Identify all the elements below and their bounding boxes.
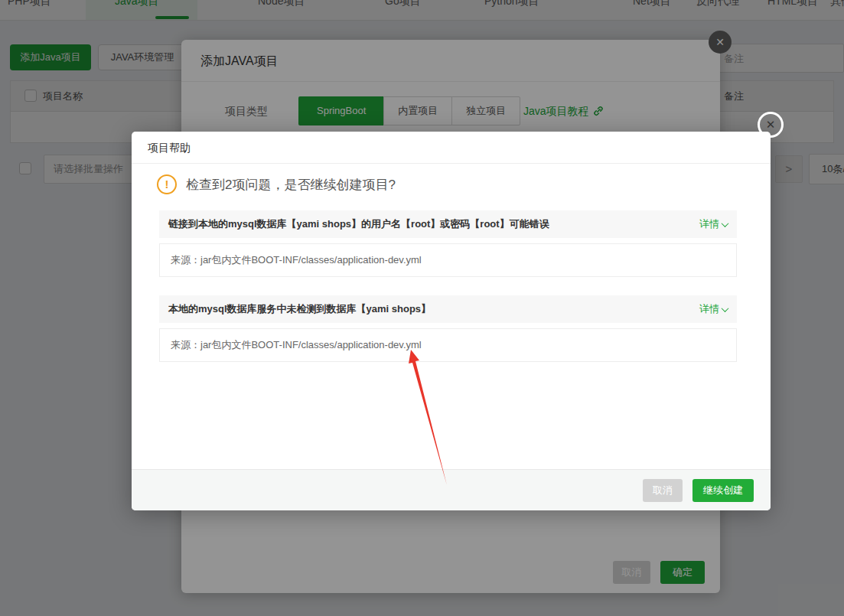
help-modal-footer: 取消 继续创建: [132, 469, 771, 510]
detail-toggle[interactable]: 详情: [699, 217, 728, 231]
issue-item-db-missing: 本地的mysql数据库服务中未检测到数据库【yami shops】 详情 来源：…: [159, 295, 737, 362]
issue-source: 来源：jar包内文件BOOT-INF/classes/application-d…: [159, 328, 737, 362]
cancel-button[interactable]: 取消: [643, 479, 683, 502]
issue-source: 来源：jar包内文件BOOT-INF/classes/application-d…: [159, 243, 737, 277]
continue-create-button[interactable]: 继续创建: [692, 479, 754, 502]
detail-toggle[interactable]: 详情: [699, 302, 728, 316]
warning-icon: !: [157, 174, 177, 194]
issue-title: 本地的mysql数据库服务中未检测到数据库【yami shops】: [168, 302, 431, 316]
warning-question-row: ! 检查到2项问题，是否继续创建项目?: [157, 174, 396, 194]
close-icon[interactable]: ✕: [758, 112, 784, 138]
help-modal-title: 项目帮助: [132, 132, 771, 164]
issue-title: 链接到本地的mysql数据库【yami shops】的用户名【root】或密码【…: [168, 217, 549, 231]
project-help-modal: ✕ 项目帮助 ! 检查到2项问题，是否继续创建项目? 链接到本地的mysql数据…: [132, 132, 771, 510]
chevron-down-icon: [722, 220, 729, 227]
issue-header: 链接到本地的mysql数据库【yami shops】的用户名【root】或密码【…: [159, 210, 737, 238]
detail-label: 详情: [699, 302, 719, 316]
issue-item-db-credentials: 链接到本地的mysql数据库【yami shops】的用户名【root】或密码【…: [159, 210, 737, 277]
issue-header: 本地的mysql数据库服务中未检测到数据库【yami shops】 详情: [159, 295, 737, 323]
warning-question-text: 检查到2项问题，是否继续创建项目?: [186, 176, 396, 194]
chevron-down-icon: [722, 305, 729, 312]
detail-label: 详情: [699, 217, 719, 231]
